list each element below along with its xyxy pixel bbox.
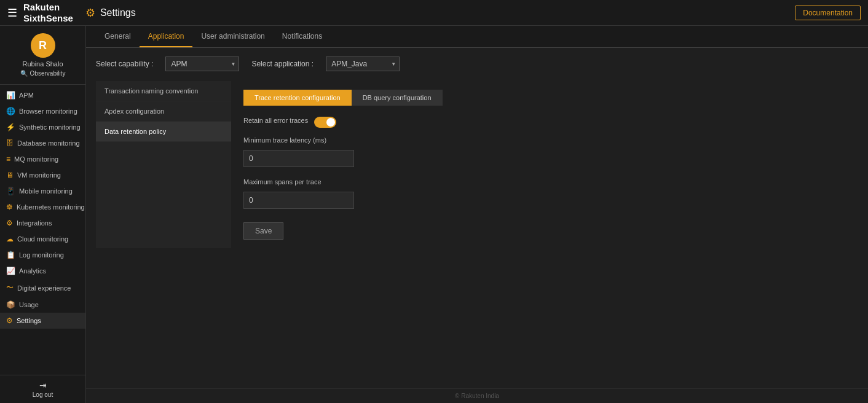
footer-text: © Rakuten India (455, 393, 499, 399)
sidebar-item-apm[interactable]: 📊 APM (0, 87, 85, 103)
mobile-icon: 📱 (6, 187, 15, 195)
settings-gear-icon: ⚙ (85, 6, 95, 20)
application-dropdown[interactable]: APM_Java (326, 57, 400, 71)
max-spans-input[interactable] (243, 192, 354, 209)
logout-section[interactable]: ⇥ Log out (0, 375, 85, 403)
page-title-section: ⚙ Settings (85, 6, 136, 20)
top-bar: ☰ Rakuten SixthSense ⚙ Settings Document… (0, 0, 868, 26)
sidebar-item-mq[interactable]: ≡ MQ monitoring (0, 151, 85, 167)
usage-label: Usage (19, 301, 39, 308)
settings-content: Select capability : APM Select applicati… (86, 48, 868, 388)
tab-application[interactable]: Application (140, 26, 193, 47)
brand-line2: SixthSense (23, 13, 73, 24)
retain-toggle[interactable] (314, 117, 336, 128)
sidebar-item-usage[interactable]: 📦 Usage (0, 297, 85, 313)
sidebar-item-mobile[interactable]: 📱 Mobile monitoring (0, 183, 85, 199)
left-panel-transaction[interactable]: Transaction naming convention (96, 81, 231, 101)
trace-retention-button[interactable]: Trace retention configuration (243, 90, 352, 106)
documentation-button[interactable]: Documentation (795, 6, 861, 20)
application-dropdown-wrapper: APM_Java (326, 57, 400, 71)
retain-label: Retain all error traces (243, 117, 308, 124)
tab-general[interactable]: General (96, 26, 140, 47)
sidebar-item-digital[interactable]: 〜 Digital experience (0, 279, 85, 297)
user-section: R Rubina Shalo 🔍 Observability (0, 26, 85, 85)
mq-icon: ≡ (6, 155, 10, 163)
integrations-icon: ⚙ (6, 219, 13, 227)
analytics-icon: 📈 (6, 267, 15, 275)
sidebar-item-database[interactable]: 🗄 Database monitoring (0, 135, 85, 151)
browser-icon: 🌐 (6, 107, 15, 115)
sidebar-item-synthetic[interactable]: ⚡ Synthetic monitoring (0, 119, 85, 135)
toggle-btn-row: Trace retention configuration DB query c… (243, 90, 846, 106)
apm-label: APM (19, 92, 34, 99)
capability-dropdown-wrapper: APM (165, 57, 239, 71)
analytics-label: Analytics (19, 267, 46, 275)
sidebar-item-settings[interactable]: ⚙ Settings (0, 313, 85, 329)
vm-icon: 🖥 (6, 171, 14, 179)
min-latency-input[interactable] (243, 150, 354, 167)
observability-label: 🔍 Observability (20, 70, 66, 77)
content-area: General Application User administration … (86, 26, 868, 403)
capability-label: Select capability : (96, 60, 153, 68)
avatar: R (31, 33, 55, 58)
nav-items: 📊 APM 🌐 Browser monitoring ⚡ Synthetic m… (0, 85, 85, 375)
save-button[interactable]: Save (243, 222, 283, 240)
sidebar: R Rubina Shalo 🔍 Observability 📊 APM 🌐 B… (0, 26, 86, 403)
left-panel: Transaction naming convention Apdex conf… (96, 81, 231, 248)
brand-section: ☰ Rakuten SixthSense (7, 2, 73, 24)
database-label: Database monitoring (17, 139, 80, 147)
db-query-button[interactable]: DB query configuration (352, 90, 443, 106)
sidebar-item-analytics[interactable]: 📈 Analytics (0, 263, 85, 279)
tab-bar: General Application User administration … (86, 26, 868, 48)
sidebar-item-vm[interactable]: 🖥 VM monitoring (0, 167, 85, 183)
left-panel-apdex[interactable]: Apdex configuration (96, 101, 231, 122)
kubernetes-label: Kubernetes monitoring (17, 203, 85, 211)
synthetic-label: Synthetic monitoring (19, 123, 81, 131)
right-panel: Trace retention configuration DB query c… (231, 81, 858, 248)
application-label: Select application : (251, 60, 314, 68)
tab-notifications[interactable]: Notifications (274, 26, 331, 47)
sidebar-item-kubernetes[interactable]: ☸ Kubernetes monitoring (0, 199, 85, 215)
usage-icon: 📦 (6, 300, 15, 309)
hamburger-icon[interactable]: ☰ (7, 6, 17, 20)
top-bar-right: Documentation (795, 6, 861, 20)
min-latency-field: Minimum trace latency (ms) (243, 136, 846, 167)
select-row: Select capability : APM Select applicati… (96, 57, 858, 71)
brand-line1: Rakuten (23, 2, 73, 13)
two-panel: Transaction naming convention Apdex conf… (96, 81, 858, 248)
log-icon: 📋 (6, 251, 15, 259)
mobile-label: Mobile monitoring (19, 187, 73, 195)
tab-user-admin[interactable]: User administration (192, 26, 273, 47)
footer: © Rakuten India (86, 388, 868, 403)
main-layout: R Rubina Shalo 🔍 Observability 📊 APM 🌐 B… (0, 26, 868, 403)
cloud-label: Cloud monitoring (17, 235, 68, 243)
page-title: Settings (100, 7, 136, 18)
sidebar-item-log[interactable]: 📋 Log monitoring (0, 247, 85, 263)
vm-label: VM monitoring (17, 171, 61, 179)
settings-label: Settings (17, 317, 41, 324)
mq-label: MQ monitoring (14, 155, 58, 163)
settings-icon: ⚙ (6, 316, 13, 325)
brand-logo: Rakuten SixthSense (23, 2, 73, 24)
logout-icon: ⇥ (39, 380, 47, 390)
integrations-label: Integrations (17, 219, 52, 227)
kubernetes-icon: ☸ (6, 203, 13, 211)
sidebar-item-cloud[interactable]: ☁ Cloud monitoring (0, 231, 85, 247)
logout-label: Log out (33, 391, 53, 398)
left-panel-data-retention[interactable]: Data retention policy (96, 122, 231, 142)
retain-row: Retain all error traces (243, 117, 846, 128)
search-icon: 🔍 (20, 70, 28, 77)
min-latency-label: Minimum trace latency (ms) (243, 136, 846, 144)
digital-label: Digital experience (17, 284, 71, 292)
browser-label: Browser monitoring (19, 108, 77, 115)
cloud-icon: ☁ (6, 235, 14, 243)
username: Rubina Shalo (22, 60, 63, 68)
sidebar-item-integrations[interactable]: ⚙ Integrations (0, 215, 85, 231)
log-label: Log monitoring (19, 251, 64, 259)
max-spans-label: Maximum spans per trace (243, 178, 846, 186)
digital-icon: 〜 (6, 283, 14, 293)
apm-icon: 📊 (6, 91, 15, 100)
sidebar-item-browser[interactable]: 🌐 Browser monitoring (0, 103, 85, 119)
capability-dropdown[interactable]: APM (165, 57, 239, 71)
database-icon: 🗄 (6, 139, 14, 147)
